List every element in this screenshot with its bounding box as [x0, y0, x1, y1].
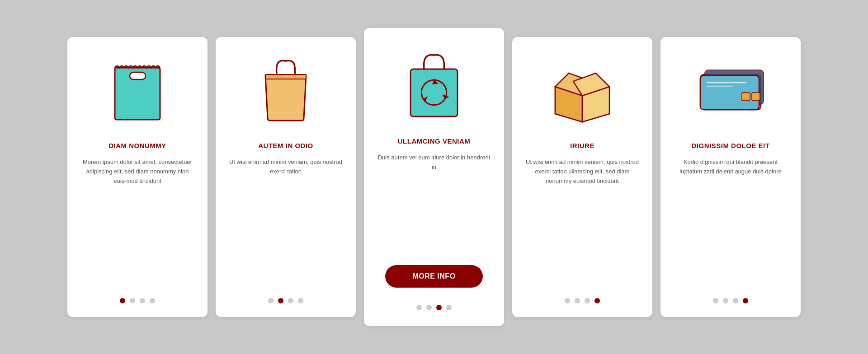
card-4-dots — [565, 293, 600, 303]
dot — [713, 298, 718, 303]
dot — [288, 298, 293, 303]
open-box-icon — [546, 55, 618, 127]
dot — [446, 305, 452, 310]
svg-rect-14 — [700, 75, 759, 110]
dot — [298, 298, 303, 303]
recycle-bag-icon — [398, 51, 470, 123]
cards-container: DIAM NONUMMY Morem ipsum dolor sit amet,… — [40, 19, 828, 335]
dot — [743, 298, 748, 303]
svg-rect-1 — [130, 72, 146, 79]
dot — [575, 298, 580, 303]
shopping-bag-icon — [250, 55, 322, 127]
card-5-text: Kodio dignissim qui blandit praesent lup… — [673, 158, 788, 281]
card-3: ULLAMCING VENIAM Duis autem vel eum iriu… — [364, 28, 504, 326]
dot — [585, 298, 590, 303]
card-5: DIGNISSIM DOLOE EIT Kodio dignissim qui … — [660, 37, 801, 317]
credit-card-icon — [694, 55, 767, 127]
card-3-title: ULLAMCING VENIAM — [398, 137, 471, 145]
svg-rect-17 — [742, 93, 750, 101]
card-5-dots — [713, 293, 748, 303]
card-1-text: Morem ipsum dolor sit amet, consectetuer… — [80, 158, 195, 281]
card-3-dots — [416, 300, 452, 310]
card-2-title: AUTEM IN ODIO — [258, 142, 313, 149]
card-3-text: Duis autem vel eum iriure dolor in hendr… — [377, 153, 491, 252]
svg-rect-2 — [265, 75, 306, 79]
card-4-title: IRIURE — [570, 142, 594, 149]
svg-rect-18 — [752, 93, 760, 101]
card-2-dots — [268, 293, 303, 303]
card-2: AUTEM IN ODIO Ut wisi enim ad minim veni… — [216, 37, 356, 317]
dot — [723, 298, 728, 303]
dot — [278, 298, 283, 303]
card-4-text: Ut wisi enim ad minim veniam, quis nostr… — [525, 158, 640, 281]
dot — [150, 298, 155, 303]
dot — [120, 298, 125, 303]
more-info-button[interactable]: MORE INFO — [385, 265, 482, 288]
dot — [426, 305, 432, 310]
svg-rect-3 — [410, 69, 458, 116]
dot — [733, 298, 738, 303]
plastic-bag-icon — [101, 55, 174, 127]
dot — [130, 298, 135, 303]
card-5-title: DIGNISSIM DOLOE EIT — [692, 142, 770, 149]
dot — [565, 298, 570, 303]
card-1-title: DIAM NONUMMY — [108, 142, 166, 149]
card-1-dots — [120, 293, 155, 303]
card-4: IRIURE Ut wisi enim ad minim veniam, qui… — [512, 37, 652, 317]
dot — [594, 298, 600, 303]
dot — [416, 305, 422, 310]
card-1: DIAM NONUMMY Morem ipsum dolor sit amet,… — [67, 37, 208, 317]
card-2-text: Ut wisi enim ad minim veniam, quis nostr… — [228, 158, 343, 281]
dot — [268, 298, 274, 303]
dot — [436, 305, 442, 310]
dot — [140, 298, 145, 303]
